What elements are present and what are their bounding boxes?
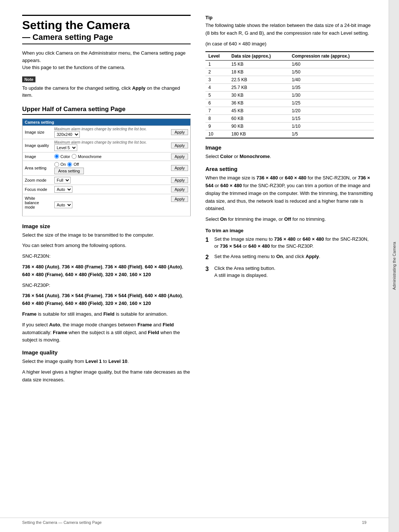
image-size-apply[interactable]: Apply <box>171 129 188 135</box>
image-size-select[interactable]: 320x240 <box>54 131 80 138</box>
tip-section: Tip The following table shows the relati… <box>205 15 374 138</box>
image-apply[interactable]: Apply <box>171 154 188 159</box>
image-quality-select[interactable]: Level 5 <box>54 144 77 151</box>
zoom-mode-content: Full <box>52 175 169 185</box>
area-on-radio[interactable] <box>54 162 59 167</box>
area-setting-heading: Area setting <box>205 166 374 172</box>
zoom-mode-select[interactable]: Full <box>54 177 71 183</box>
table-row: Image quality Maximum alarm images chang… <box>23 139 191 152</box>
area-off-radio[interactable] <box>67 162 72 167</box>
white-balance-content: Auto <box>52 194 169 216</box>
table-row: Focus mode Auto Apply <box>23 185 191 194</box>
table-row: 860 KB1/15 <box>205 115 374 123</box>
footer: Setting the Camera — Camera setting Page… <box>0 518 389 525</box>
intro-text1: When you click Camera on the Administrat… <box>22 49 191 71</box>
table-row: Zoom mode Full Apply <box>23 175 191 185</box>
page-subtitle: — Camera setting Page <box>22 32 191 44</box>
col-level: Level <box>205 52 228 61</box>
image-quality-text2: A higher level gives a higher image qual… <box>22 368 191 384</box>
image-label: Image <box>23 152 52 161</box>
table-row: Image Color Monochrome Apply <box>23 152 191 161</box>
note-box: Note To update the camera for the change… <box>22 76 191 99</box>
table-row: Image size Maximum alarm images change b… <box>23 126 191 139</box>
tip-heading: Tip <box>205 15 374 20</box>
tip-text: The following table shows the relation b… <box>205 22 374 37</box>
trim-step-3: 3 Click the Area setting button.A still … <box>205 265 374 279</box>
table-row: 10180 KB1/5 <box>205 130 374 138</box>
image-size-text2: You can select from among the following … <box>22 242 191 250</box>
white-balance-select[interactable]: Auto <box>54 202 72 208</box>
image-size-heading: Image size <box>22 223 191 229</box>
image-section-text: Select Color or Monochrome. <box>205 153 374 161</box>
image-quality-heading: Image quality <box>22 349 191 356</box>
note-label: Note <box>22 76 35 82</box>
mono-radio[interactable] <box>72 154 76 159</box>
col-size: Data size (approx.) <box>228 52 289 61</box>
white-balance-label: White balance mode <box>23 194 52 216</box>
trim-steps: 1 Set the Image size menu to 736 × 480 o… <box>205 236 374 279</box>
image-quality-apply[interactable]: Apply <box>171 143 188 148</box>
trim-step-1: 1 Set the Image size menu to 736 × 480 o… <box>205 236 374 250</box>
snc-rz30p-label: SNC-RZ30P: <box>22 282 191 289</box>
compression-table: Level Data size (approx.) Compression ra… <box>205 51 374 138</box>
area-setting-label: Area setting <box>23 161 52 175</box>
area-setting-text1: When the image size is 736 × 480 or 640 … <box>205 174 374 213</box>
table-row: 745 KB1/20 <box>205 107 374 115</box>
area-setting-content: On Off Area setting <box>52 161 169 175</box>
area-setting-button[interactable]: Area setting <box>54 168 84 174</box>
auto-text: If you select Auto, the image mode chang… <box>22 321 191 344</box>
to-trim-heading: To trim an image <box>205 228 374 233</box>
table-row: 115 KB1/60 <box>205 61 374 68</box>
col-rate: Compression rate (approx.) <box>289 52 374 61</box>
table-row: 218 KB1/50 <box>205 68 374 76</box>
camera-setting-header: Camera setting <box>23 119 191 126</box>
color-radio[interactable] <box>54 154 59 159</box>
frame-text: Frame is suitable for still images, and … <box>22 310 191 318</box>
tip-subtext: (in case of 640 × 480 image) <box>205 40 374 48</box>
table-row: Area setting On Off Area setting Apply <box>23 161 191 175</box>
note-text: To update the camera for the changed set… <box>22 85 191 99</box>
area-setting-apply[interactable]: Apply <box>171 165 188 171</box>
zoom-mode-apply[interactable]: Apply <box>171 177 188 183</box>
table-row: 425.7 KB1/35 <box>205 84 374 92</box>
focus-mode-label: Focus mode <box>23 185 52 194</box>
image-size-label: Image size <box>23 126 52 139</box>
image-section-heading: Image <box>205 144 374 151</box>
snc-rz30n-options: 736 × 480 (Auto), 736 × 480 (Frame), 736… <box>22 263 191 279</box>
upper-half-heading: Upper Half of Camera setting Page <box>22 106 191 115</box>
snc-rz30p-options: 736 × 544 (Auto), 736 × 544 (Frame), 736… <box>22 292 191 308</box>
image-quality-content: Maximum alarm images change by selecting… <box>52 139 169 152</box>
area-setting-text2: Select On for trimming the image, or Off… <box>205 216 374 223</box>
image-size-content: Maximum alarm images change by selecting… <box>52 126 169 139</box>
page-title: Setting the Camera <box>22 15 191 32</box>
image-size-text1: Select the size of the image to be trans… <box>22 231 191 239</box>
trim-step-2: 2 Set the Area setting menu to On, and c… <box>205 253 374 262</box>
image-quality-label: Image quality <box>23 139 52 152</box>
camera-setting-table: Camera setting Image size Maximum alarm … <box>22 119 191 216</box>
table-row: 530 KB1/30 <box>205 92 374 99</box>
image-content: Color Monochrome <box>52 152 169 161</box>
right-tab-label: Administrating the Camera <box>392 242 396 290</box>
image-quality-text1: Select the image quality from Level 1 to… <box>22 358 191 365</box>
table-row: 322.5 KB1/40 <box>205 76 374 84</box>
focus-mode-select[interactable]: Auto <box>54 186 72 193</box>
table-row: White balance mode Auto Apply <box>23 194 191 216</box>
focus-mode-apply[interactable]: Apply <box>171 186 188 192</box>
footer-left: Setting the Camera — Camera setting Page <box>22 520 102 525</box>
focus-mode-content: Auto <box>52 185 169 194</box>
right-tab: Administrating the Camera <box>389 0 399 532</box>
white-balance-apply[interactable]: Apply <box>171 196 188 202</box>
table-row: 990 KB1/10 <box>205 123 374 130</box>
zoom-mode-label: Zoom mode <box>23 175 52 185</box>
footer-right: 19 <box>362 520 366 525</box>
table-row: 636 KB1/25 <box>205 99 374 107</box>
snc-rz30n-label: SNC-RZ30N: <box>22 253 191 260</box>
